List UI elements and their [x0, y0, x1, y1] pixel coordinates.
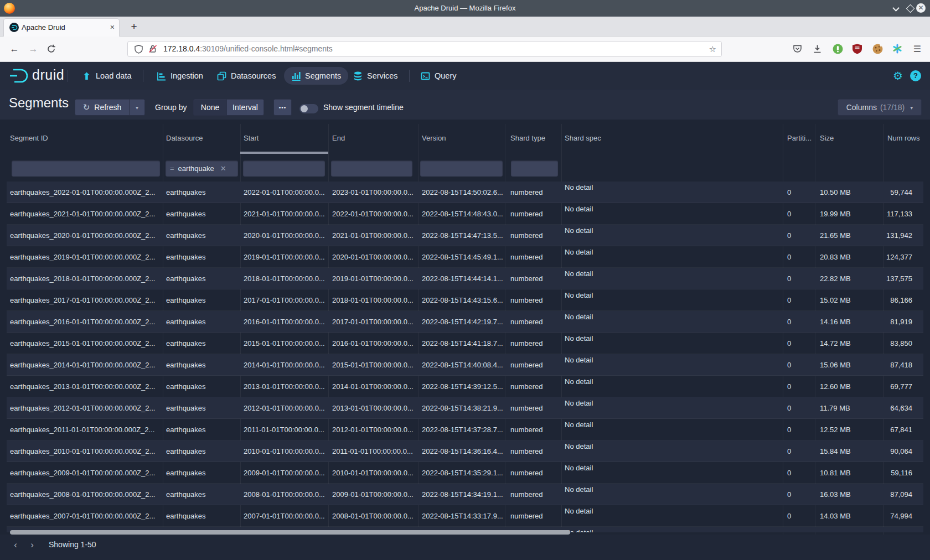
- shield-icon[interactable]: [135, 45, 143, 54]
- column-header-shard-type[interactable]: Shard type: [505, 127, 561, 148]
- pocket-icon[interactable]: [793, 44, 802, 54]
- group-by-interval-button[interactable]: Interval: [227, 99, 264, 116]
- cell-id[interactable]: earthquakes_2017-01-01T00:00:00.000Z_2..…: [7, 289, 163, 310]
- cell-id[interactable]: earthquakes_2015-01-01T00:00:00.000Z_2..…: [7, 333, 163, 354]
- cell-id[interactable]: earthquakes_2022-01-01T00:00:00.000Z_2..…: [7, 182, 163, 203]
- nav-item-query[interactable]: Query: [414, 67, 464, 85]
- refresh-button[interactable]: ↻ Refresh: [75, 99, 130, 116]
- cell-datasource[interactable]: earthquakes: [163, 354, 240, 375]
- help-icon[interactable]: ?: [910, 70, 921, 81]
- column-header-datasource[interactable]: Datasource: [163, 127, 240, 148]
- cell-datasource[interactable]: earthquakes: [163, 268, 240, 289]
- close-window-button[interactable]: ✕: [916, 3, 925, 12]
- back-button[interactable]: ←: [7, 37, 22, 61]
- cell-datasource[interactable]: earthquakes: [163, 440, 240, 462]
- column-header-num-rows[interactable]: Num rows: [883, 127, 923, 148]
- filter-input-version[interactable]: [420, 160, 503, 177]
- next-page-button[interactable]: ›: [25, 538, 39, 552]
- column-header-id[interactable]: Segment ID: [7, 127, 163, 148]
- cell-id[interactable]: earthquakes_2019-01-01T00:00:00.000Z_2..…: [7, 246, 163, 267]
- prev-page-button[interactable]: ‹: [9, 538, 22, 552]
- table-row[interactable]: earthquakes_2014-01-01T00:00:00.000Z_2..…: [7, 354, 923, 376]
- table-row[interactable]: earthquakes_2021-01-01T00:00:00.000Z_2..…: [7, 203, 923, 225]
- remove-filter-icon[interactable]: ✕: [220, 164, 226, 173]
- more-options-button[interactable]: •••: [273, 99, 292, 116]
- minimize-button[interactable]: [891, 4, 900, 13]
- nav-item-load-data[interactable]: Load data: [75, 67, 139, 85]
- filter-input-end[interactable]: [331, 160, 412, 177]
- table-row[interactable]: earthquakes_2008-01-01T00:00:00.000Z_2..…: [7, 484, 923, 505]
- table-row[interactable]: earthquakes_2015-01-01T00:00:00.000Z_2..…: [7, 333, 923, 354]
- cell-id[interactable]: earthquakes_2021-01-01T00:00:00.000Z_2..…: [7, 203, 163, 224]
- gear-icon[interactable]: ⚙: [893, 70, 903, 81]
- table-row[interactable]: earthquakes_2010-01-01T00:00:00.000Z_2..…: [7, 440, 923, 462]
- cell-id[interactable]: earthquakes_2012-01-01T00:00:00.000Z_2..…: [7, 397, 163, 418]
- cell-datasource[interactable]: earthquakes: [163, 182, 240, 203]
- cell-id[interactable]: earthquakes_2011-01-01T00:00:00.000Z_2..…: [7, 419, 163, 440]
- tab-close-icon[interactable]: ×: [110, 19, 115, 36]
- table-row[interactable]: earthquakes_2019-01-01T00:00:00.000Z_2..…: [7, 246, 923, 268]
- cell-datasource[interactable]: earthquakes: [163, 419, 240, 440]
- cell-datasource[interactable]: earthquakes: [163, 505, 240, 526]
- filter-input-datasource[interactable]: =earthquake✕: [166, 160, 238, 177]
- cell-datasource[interactable]: earthquakes: [163, 246, 240, 267]
- cell-datasource[interactable]: earthquakes: [163, 311, 240, 332]
- extension-asterisk-icon[interactable]: [892, 44, 902, 54]
- table-row[interactable]: earthquakes_2016-01-01T00:00:00.000Z_2..…: [7, 311, 923, 333]
- refresh-dropdown-button[interactable]: ▾: [129, 99, 145, 116]
- filter-input-shard-type[interactable]: [511, 160, 558, 177]
- table-row[interactable]: earthquakes_2020-01-01T00:00:00.000Z_2..…: [7, 225, 923, 246]
- columns-button[interactable]: Columns (17/18) ▾: [838, 99, 922, 116]
- maximize-button[interactable]: [906, 4, 914, 13]
- column-header-shard-spec[interactable]: Shard spec: [561, 127, 783, 148]
- cell-datasource[interactable]: earthquakes: [163, 376, 240, 397]
- filter-input-start[interactable]: [243, 160, 325, 177]
- segment-timeline-toggle[interactable]: [299, 104, 318, 113]
- cell-id[interactable]: earthquakes_2014-01-01T00:00:00.000Z_2..…: [7, 354, 163, 375]
- url-bar[interactable]: 172.18.0.4:30109/unified-console.html#se…: [127, 41, 722, 57]
- cell-id[interactable]: earthquakes_2008-01-01T00:00:00.000Z_2..…: [7, 484, 163, 505]
- cell-id[interactable]: earthquakes_2016-01-01T00:00:00.000Z_2..…: [7, 311, 163, 332]
- cell-datasource[interactable]: earthquakes: [163, 333, 240, 354]
- cell-datasource[interactable]: earthquakes: [163, 397, 240, 418]
- nav-item-ingestion[interactable]: Ingestion: [149, 67, 210, 85]
- cell-id[interactable]: earthquakes_2018-01-01T00:00:00.000Z_2..…: [7, 268, 163, 289]
- cell-id[interactable]: earthquakes_2007-01-01T00:00:00.000Z_2..…: [7, 505, 163, 526]
- nav-item-services[interactable]: Services: [346, 67, 405, 85]
- filter-input-id[interactable]: [12, 160, 160, 177]
- column-header-partition[interactable]: Partiti...: [783, 127, 815, 148]
- cell-datasource[interactable]: earthquakes: [163, 225, 240, 246]
- table-row[interactable]: earthquakes_2007-01-01T00:00:00.000Z_2..…: [7, 505, 923, 527]
- nav-item-datasources[interactable]: Datasources: [210, 67, 283, 85]
- group-by-none-button[interactable]: None: [193, 99, 227, 116]
- reload-icon[interactable]: [46, 44, 56, 54]
- table-row[interactable]: earthquakes_2012-01-01T00:00:00.000Z_2..…: [7, 397, 923, 419]
- url-text[interactable]: 172.18.0.4:30109/unified-console.html#se…: [163, 42, 333, 56]
- bookmark-star-icon[interactable]: ☆: [709, 42, 716, 56]
- menu-hamburger-icon[interactable]: ☰: [910, 37, 925, 61]
- new-tab-button[interactable]: +: [126, 19, 142, 34]
- nav-item-segments[interactable]: Segments: [284, 67, 348, 85]
- cell-id[interactable]: earthquakes_2009-01-01T00:00:00.000Z_2..…: [7, 462, 163, 483]
- cell-datasource[interactable]: earthquakes: [163, 462, 240, 483]
- cell-id[interactable]: earthquakes_2013-01-01T00:00:00.000Z_2..…: [7, 376, 163, 397]
- column-header-start[interactable]: Start: [240, 127, 328, 148]
- cell-datasource[interactable]: earthquakes: [163, 203, 240, 224]
- column-header-size[interactable]: Size: [815, 127, 883, 148]
- table-row[interactable]: earthquakes_2009-01-01T00:00:00.000Z_2..…: [7, 462, 923, 484]
- download-icon[interactable]: [813, 44, 822, 54]
- cell-id[interactable]: earthquakes_2010-01-01T00:00:00.000Z_2..…: [7, 440, 163, 462]
- table-row[interactable]: earthquakes_2017-01-01T00:00:00.000Z_2..…: [7, 289, 923, 311]
- table-row[interactable]: earthquakes_2011-01-01T00:00:00.000Z_2..…: [7, 419, 923, 440]
- extension-green-icon[interactable]: [833, 44, 843, 54]
- table-row[interactable]: earthquakes_2022-01-01T00:00:00.000Z_2..…: [7, 182, 923, 203]
- cell-datasource[interactable]: earthquakes: [163, 484, 240, 505]
- tab-apache-druid[interactable]: Apache Druid ×: [3, 18, 120, 37]
- insecure-lock-icon[interactable]: [148, 44, 157, 54]
- ublock-shield-icon[interactable]: [852, 44, 862, 54]
- column-header-end[interactable]: End: [328, 127, 418, 148]
- cell-datasource[interactable]: earthquakes: [163, 289, 240, 310]
- table-row[interactable]: earthquakes_2018-01-01T00:00:00.000Z_2..…: [7, 268, 923, 289]
- forward-button[interactable]: →: [25, 37, 41, 61]
- cookie-icon[interactable]: [872, 44, 883, 54]
